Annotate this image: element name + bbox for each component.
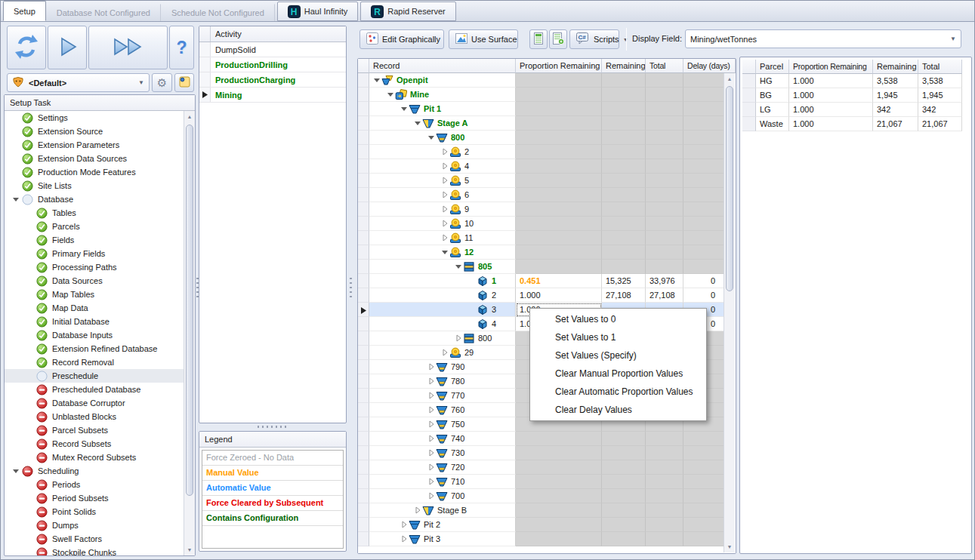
sidebar-item-database-corruptor[interactable]: Database Corruptor bbox=[5, 396, 184, 410]
sidebar-item-parcel-subsets[interactable]: Parcel Subsets bbox=[5, 423, 184, 437]
column-header-delay[interactable]: Delay (days) bbox=[683, 59, 736, 73]
no-data-cell[interactable] bbox=[602, 475, 646, 489]
sidebar-item-production-mode-features[interactable]: Production Mode Features bbox=[5, 165, 184, 179]
column-header-proportion-remaining[interactable]: Proportion Remaining bbox=[516, 59, 602, 73]
notes-button[interactable] bbox=[174, 73, 194, 92]
setup-task-scrollbar[interactable]: ▲ ▼ bbox=[184, 111, 195, 555]
no-data-cell[interactable] bbox=[602, 88, 646, 102]
tree-record-cell[interactable]: 780 bbox=[369, 374, 516, 389]
expand-closed-icon[interactable] bbox=[427, 478, 436, 485]
sidebar-item-initial-database[interactable]: Initial Database bbox=[5, 315, 184, 328]
context-menu-item-clear-automatic-proportion-values[interactable]: Clear Automatic Proportion Values bbox=[530, 383, 706, 401]
no-data-cell[interactable] bbox=[516, 102, 602, 116]
column-header-record[interactable]: Record bbox=[369, 59, 516, 73]
tree-row[interactable]: 12 bbox=[358, 245, 724, 260]
activity-row-productioncharging[interactable]: ProductionCharging bbox=[199, 72, 346, 88]
tree-record-cell[interactable]: 4 bbox=[369, 159, 516, 174]
sidebar-item-database-inputs[interactable]: Database Inputs bbox=[5, 328, 184, 342]
run-button[interactable] bbox=[48, 26, 87, 69]
no-data-cell[interactable] bbox=[683, 489, 724, 503]
scroll-down-icon[interactable]: ▼ bbox=[724, 541, 735, 552]
tree-row[interactable]: 700 bbox=[358, 489, 724, 503]
tree-record-cell[interactable]: 29 bbox=[369, 346, 516, 360]
no-data-cell[interactable] bbox=[683, 460, 724, 475]
no-data-cell[interactable] bbox=[516, 217, 602, 231]
parcel-remaining-cell[interactable]: 1,945 bbox=[873, 88, 918, 103]
no-data-cell[interactable] bbox=[602, 202, 646, 217]
no-data-cell[interactable] bbox=[646, 475, 683, 489]
no-data-cell[interactable] bbox=[602, 159, 646, 174]
parcel-remaining-cell[interactable]: 3,538 bbox=[873, 74, 918, 88]
sidebar-item-extension-parameters[interactable]: Extension Parameters bbox=[5, 138, 184, 152]
splitter-handle[interactable] bbox=[196, 278, 199, 299]
tree-record-cell[interactable]: 6 bbox=[369, 188, 516, 202]
tree-row[interactable]: 4 bbox=[358, 159, 724, 174]
sidebar-item-data-sources[interactable]: Data Sources bbox=[5, 274, 184, 288]
parcel-proportion-cell[interactable]: 1.000 bbox=[789, 88, 873, 103]
tree-record-cell[interactable]: 800 bbox=[369, 331, 516, 346]
parcel-row-lg[interactable]: LG1.000342342 bbox=[742, 103, 962, 117]
no-data-cell[interactable] bbox=[646, 131, 683, 145]
no-data-cell[interactable] bbox=[683, 503, 724, 518]
no-data-cell[interactable] bbox=[646, 245, 683, 260]
tree-record-cell[interactable]: 720 bbox=[369, 460, 516, 475]
tree-row[interactable]: 720 bbox=[358, 460, 724, 475]
no-data-cell[interactable] bbox=[683, 260, 724, 274]
activity-row-productiondrilling[interactable]: ProductionDrilling bbox=[199, 57, 346, 72]
parcel-parcel-cell[interactable]: BG bbox=[756, 88, 789, 103]
parcel-total-cell[interactable]: 1,945 bbox=[918, 88, 962, 103]
expand-open-icon[interactable] bbox=[400, 105, 409, 112]
tree-record-cell[interactable]: 4 bbox=[369, 317, 516, 331]
settings-button[interactable]: ⚙ bbox=[152, 73, 172, 92]
no-data-cell[interactable] bbox=[516, 432, 602, 446]
tab-rapid-reserver[interactable]: RRapid Reserver bbox=[360, 2, 455, 21]
tree-row[interactable]: 21.00027,10827,1080 bbox=[358, 288, 724, 303]
refresh-button[interactable] bbox=[7, 26, 46, 69]
tree-record-cell[interactable]: 760 bbox=[369, 403, 516, 417]
expand-closed-icon[interactable] bbox=[440, 191, 449, 198]
no-data-cell[interactable] bbox=[683, 116, 724, 131]
no-data-cell[interactable] bbox=[683, 432, 724, 446]
tree-record-cell[interactable]: 11 bbox=[369, 231, 516, 245]
parcel-proportion-cell[interactable]: 1.000 bbox=[789, 117, 873, 131]
no-data-cell[interactable] bbox=[602, 260, 646, 274]
tree-record-cell[interactable]: 790 bbox=[369, 360, 516, 374]
no-data-cell[interactable] bbox=[516, 145, 602, 159]
no-data-cell[interactable] bbox=[516, 131, 602, 145]
no-data-cell[interactable] bbox=[646, 460, 683, 475]
activity-row-mining[interactable]: Mining bbox=[199, 88, 346, 103]
expand-open-icon[interactable] bbox=[427, 134, 436, 141]
parcel-column-header-proportion-remaining[interactable]: Proportion Remaining bbox=[789, 60, 873, 74]
no-data-cell[interactable] bbox=[646, 73, 683, 88]
no-data-cell[interactable] bbox=[646, 202, 683, 217]
no-data-cell[interactable] bbox=[602, 518, 646, 532]
parcel-parcel-cell[interactable]: Waste bbox=[756, 117, 789, 131]
tree-record-cell[interactable]: Stage B bbox=[369, 503, 516, 518]
no-data-cell[interactable] bbox=[602, 503, 646, 518]
sidebar-item-scheduling[interactable]: Scheduling bbox=[5, 464, 184, 478]
sidebar-item-fields[interactable]: Fields bbox=[5, 233, 184, 247]
tree-record-cell[interactable]: 3 bbox=[369, 303, 516, 317]
expand-open-icon[interactable] bbox=[11, 195, 21, 203]
expand-closed-icon[interactable] bbox=[400, 521, 409, 528]
expand-closed-icon[interactable] bbox=[413, 506, 422, 514]
expand-closed-icon[interactable] bbox=[427, 392, 436, 399]
expand-open-icon[interactable] bbox=[413, 119, 422, 127]
parcel-column-header-remaining[interactable]: Remaining bbox=[873, 60, 918, 74]
no-data-cell[interactable] bbox=[602, 245, 646, 260]
expand-closed-icon[interactable] bbox=[440, 349, 449, 356]
tree-record-cell[interactable]: 5 bbox=[369, 174, 516, 188]
help-button[interactable]: ? bbox=[169, 26, 194, 69]
no-data-cell[interactable] bbox=[602, 446, 646, 460]
use-surface-button[interactable]: Use Surface bbox=[449, 29, 518, 49]
expand-closed-icon[interactable] bbox=[440, 162, 449, 170]
sidebar-item-preschedule[interactable]: Preschedule bbox=[5, 369, 184, 383]
no-data-cell[interactable] bbox=[683, 159, 724, 174]
tree-row[interactable]: Pit 2 bbox=[358, 518, 724, 532]
display-field-combo[interactable]: Mining/wetTonnes ▼ bbox=[685, 29, 961, 48]
tab-setup[interactable]: Setup bbox=[3, 1, 46, 21]
tree-record-cell[interactable]: 700 bbox=[369, 489, 516, 503]
remaining-cell[interactable]: 27,108 bbox=[602, 288, 646, 303]
scroll-down-icon[interactable]: ▼ bbox=[184, 544, 195, 555]
sidebar-item-extension-source[interactable]: Extension Source bbox=[5, 125, 184, 138]
